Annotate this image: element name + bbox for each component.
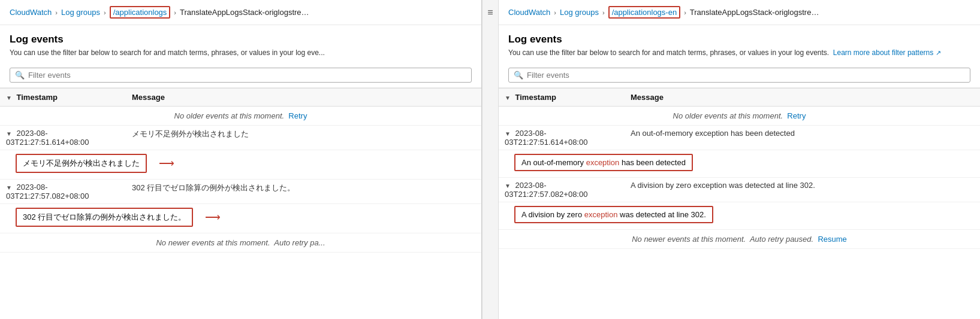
filter-input-wrap-right: 🔍: [508, 68, 970, 83]
log-table-left: ▼ Timestamp Message No older events at t…: [0, 88, 481, 253]
no-older-row-left: No older events at this moment. Retry: [0, 106, 481, 125]
expand-arrow-2-right[interactable]: ▼: [505, 183, 513, 189]
ts-cell-1-right: ▼ 2023-08-03T21:27:51.614+08:00: [499, 125, 625, 150]
no-newer-row-left: No newer events at this moment. Auto ret…: [0, 233, 481, 252]
detail-box-1-left: メモリ不足例外が検出されました: [16, 154, 147, 173]
arrow-right-1: ⟶: [159, 157, 174, 170]
retry-link-left[interactable]: Retry: [288, 111, 307, 120]
search-icon-left: 🔍: [15, 71, 25, 80]
detail-box-1-right: An out-of-memory exception has been dete…: [514, 154, 693, 171]
breadcrumb-applog-right[interactable]: /applicationlogs-en: [608, 6, 680, 19]
breadcrumb-stream-left: TranslateAppLogsStack-origlogstream56...: [180, 8, 312, 17]
filter-input-wrap-left: 🔍: [10, 68, 472, 83]
log-section-right: Log events You can use the filter bar be…: [499, 25, 980, 63]
detail-box-2-left: 302 行目でゼロ除算の例外が検出されました。: [16, 208, 193, 227]
filter-bar-right: 🔍: [499, 63, 980, 88]
msg-cell-1-left: メモリ不足例外が検出されました: [126, 125, 481, 150]
breadcrumb-left: CloudWatch › Log groups › /applicationlo…: [0, 0, 481, 25]
learn-more-link[interactable]: Learn more about filter patterns: [833, 48, 933, 57]
filter-input-right[interactable]: [527, 71, 965, 80]
ts-cell-2-left: ▼ 2023-08-03T21:27:57.082+08:00: [0, 179, 126, 203]
log-table-right: ▼ Timestamp Message No older events at t…: [499, 88, 980, 249]
no-newer-row-right: No newer events at this moment. Auto ret…: [499, 229, 980, 248]
auto-retry-right: Auto retry paused.: [750, 235, 813, 244]
no-newer-text-right: No newer events at this moment.: [632, 235, 746, 244]
detail-row-1-right: An out-of-memory exception has been dete…: [499, 150, 980, 177]
breadcrumb-loggroups-right[interactable]: Log groups: [560, 8, 599, 17]
no-older-text-left: No older events at this moment.: [174, 111, 285, 120]
detail-row-2-left: 302 行目でゼロ除算の例外が検出されました。 ⟶: [0, 203, 481, 233]
no-newer-text-left: No newer events at this moment.: [156, 238, 270, 247]
col-msg-right: Message: [625, 88, 980, 106]
breadcrumb-cloudwatch-right[interactable]: CloudWatch: [508, 8, 550, 17]
log-desc-right: You can use the filter bar below to sear…: [508, 48, 970, 58]
breadcrumb-stream-right: TranslateAppLogsStack-origlogstream5685B…: [690, 8, 822, 17]
table-row[interactable]: ▼ 2023-08-03T21:27:51.614+08:00 メモリ不足例外が…: [0, 125, 481, 150]
table-row[interactable]: ▼ 2023-08-03T21:27:57.082+08:00 A divisi…: [499, 177, 980, 202]
detail-row-2-right: A division by zero exception was detecte…: [499, 202, 980, 229]
breadcrumb-sep-3-right: ›: [684, 9, 686, 16]
ts-cell-1-left: ▼ 2023-08-03T21:27:51.614+08:00: [0, 125, 126, 150]
resume-link[interactable]: Resume: [818, 235, 846, 244]
breadcrumb-right: CloudWatch › Log groups › /applicationlo…: [499, 0, 980, 25]
table-row[interactable]: ▼ 2023-08-03T21:27:51.614+08:00 An out-o…: [499, 125, 980, 150]
expand-arrow-1-right[interactable]: ▼: [505, 130, 513, 137]
breadcrumb-cloudwatch-left[interactable]: CloudWatch: [10, 8, 52, 17]
detail-box-2-right: A division by zero exception was detecte…: [514, 206, 713, 223]
no-older-row-right: No older events at this moment. Retry: [499, 106, 980, 125]
arrow-right-2: ⟶: [205, 211, 221, 224]
breadcrumb-sep-1-right: ›: [554, 9, 556, 16]
msg-cell-2-left: 302 行目でゼロ除算の例外が検出されました。: [126, 179, 481, 203]
ts-cell-2-right: ▼ 2023-08-03T21:27:57.082+08:00: [499, 177, 625, 202]
auto-retry-left: Auto retry pa...: [274, 238, 325, 247]
col-ts-left: ▼ Timestamp: [0, 88, 126, 106]
log-title-right: Log events: [508, 34, 970, 45]
breadcrumb-sep-1-left: ›: [55, 9, 58, 16]
breadcrumb-sep-3-left: ›: [174, 9, 176, 16]
breadcrumb-applog-left[interactable]: /applicationlogs: [110, 6, 171, 19]
detail-row-1-left: メモリ不足例外が検出されました ⟶: [0, 150, 481, 179]
sort-icon-left[interactable]: ▼: [6, 95, 12, 101]
msg-cell-1-right: An out-of-memory exception has been dete…: [625, 125, 980, 150]
breadcrumb-sep-2-left: ›: [104, 9, 106, 16]
hamburger-icon: ≡: [487, 7, 493, 18]
search-icon-right: 🔍: [514, 71, 523, 80]
log-section-left: Log events You can use the filter bar be…: [0, 25, 481, 63]
log-desc-left: You can use the filter bar below to sear…: [10, 48, 472, 58]
filter-input-left[interactable]: [28, 71, 466, 80]
col-msg-left: Message: [126, 88, 481, 106]
col-ts-right: ▼ Timestamp: [499, 88, 625, 106]
breadcrumb-loggroups-left[interactable]: Log groups: [61, 8, 100, 17]
retry-link-right[interactable]: Retry: [787, 111, 806, 120]
log-title-left: Log events: [10, 34, 472, 45]
no-older-text-right: No older events at this moment.: [673, 111, 783, 120]
expand-arrow-1-left[interactable]: ▼: [6, 130, 14, 137]
msg-cell-2-right: A division by zero exception was detecte…: [625, 177, 980, 202]
table-row[interactable]: ▼ 2023-08-03T21:27:57.082+08:00 302 行目でゼ…: [0, 179, 481, 203]
panel-divider: ≡: [482, 0, 499, 319]
external-link-icon: ↗: [936, 49, 941, 56]
sort-icon-right[interactable]: ▼: [505, 95, 511, 101]
breadcrumb-sep-2-right: ›: [602, 9, 605, 16]
filter-bar-left: 🔍: [0, 63, 481, 88]
expand-arrow-2-left[interactable]: ▼: [6, 184, 14, 191]
